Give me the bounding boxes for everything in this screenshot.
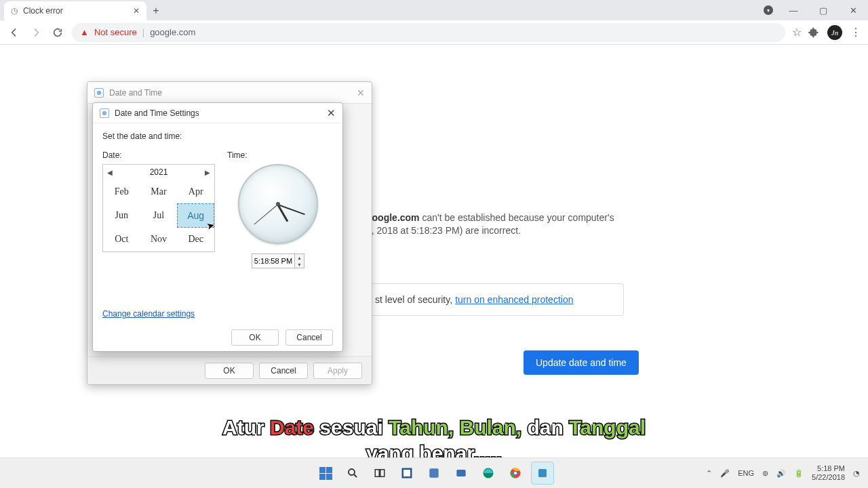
forward-button[interactable] <box>28 25 43 40</box>
settings-title: Date and Time Settings <box>115 108 199 118</box>
month-oct[interactable]: Oct <box>103 228 140 251</box>
close-icon[interactable]: ✕ <box>357 87 365 98</box>
month-apr[interactable]: Apr <box>177 180 214 203</box>
date-picker[interactable]: ◀ 2021 ▶ Feb Mar Apr Jun Jul Aug➤ Oct No… <box>102 164 215 252</box>
language-indicator[interactable]: ENG <box>738 469 754 477</box>
svg-rect-6 <box>456 470 465 476</box>
taskbar: ⌃ 🎤 ENG ⊚ 🔊 🔋 5:18 PM 5/22/2018 ◔ <box>0 458 868 488</box>
month-jun[interactable]: Jun <box>103 203 140 227</box>
svg-rect-2 <box>380 470 384 477</box>
month-jul[interactable]: Jul <box>140 203 178 227</box>
date-label: Date: <box>102 150 215 160</box>
spinner-down-icon[interactable]: ▼ <box>295 261 304 268</box>
svg-rect-4 <box>403 470 410 476</box>
close-tab-icon[interactable]: ✕ <box>133 6 140 16</box>
new-tab-button[interactable]: + <box>146 1 165 20</box>
extensions-icon[interactable] <box>808 27 819 38</box>
analog-clock <box>238 164 318 244</box>
dialog-titlebar[interactable]: Date and Time ✕ <box>87 82 372 104</box>
enhanced-protection-box: st level of security, turn on enhanced p… <box>366 283 624 316</box>
volume-icon[interactable]: 🔊 <box>776 469 786 478</box>
tab-bar: ◷ Clock error ✕ + <box>0 0 868 20</box>
gear-icon <box>94 88 104 98</box>
warning-icon: ▲ <box>80 27 89 37</box>
cancel-button[interactable]: Cancel <box>285 329 333 346</box>
chrome-icon[interactable] <box>504 462 527 485</box>
time-spinner[interactable]: ▲ ▼ <box>295 253 304 268</box>
notifications-icon[interactable]: ◔ <box>853 469 860 478</box>
security-status: Not secure <box>94 27 137 37</box>
apply-button[interactable]: Apply <box>313 363 362 379</box>
window-controls: ▾ — ▢ ✕ <box>758 0 868 20</box>
month-mar[interactable]: Mar <box>140 180 178 203</box>
close-icon[interactable]: ✕ <box>327 107 336 119</box>
time-label: Time: <box>227 150 329 160</box>
month-aug-selected[interactable]: Aug➤ <box>177 203 214 227</box>
app-icon-2[interactable] <box>422 462 446 485</box>
omnibox[interactable]: ▲ Not secure | google.com <box>72 23 785 42</box>
tab-title: Clock error <box>23 6 63 16</box>
next-year-icon[interactable]: ▶ <box>205 169 210 176</box>
dialog-title: Date and Time <box>109 88 162 98</box>
svg-rect-11 <box>538 469 547 477</box>
year-display[interactable]: 2021 <box>150 167 168 177</box>
month-feb[interactable]: Feb <box>103 180 140 203</box>
search-icon[interactable] <box>341 462 364 485</box>
wifi-icon[interactable]: ⊚ <box>762 469 768 478</box>
chevron-up-icon[interactable]: ⌃ <box>706 469 712 478</box>
change-calendar-link[interactable]: Change calendar settings <box>102 309 195 319</box>
close-window-button[interactable]: ✕ <box>838 0 868 20</box>
time-input[interactable] <box>252 253 295 268</box>
svg-point-0 <box>349 469 355 475</box>
cursor-icon: ➤ <box>205 219 216 232</box>
back-button[interactable] <box>7 25 22 40</box>
reload-button[interactable] <box>50 25 65 40</box>
mic-icon[interactable]: 🎤 <box>720 469 730 478</box>
cancel-button[interactable]: Cancel <box>259 363 308 379</box>
enhanced-protection-link[interactable]: turn on enhanced protection <box>455 294 573 305</box>
gear-icon <box>100 108 109 118</box>
second-hand <box>254 204 278 224</box>
svg-rect-1 <box>375 470 379 477</box>
ok-button[interactable]: OK <box>205 363 254 379</box>
set-date-time-label: Set the date and time: <box>102 131 333 141</box>
error-line-1: google.com can't be established because … <box>366 210 624 225</box>
update-date-time-button[interactable]: Update date and time <box>524 350 639 375</box>
star-icon[interactable]: ☆ <box>792 26 802 39</box>
app-icon-1[interactable] <box>395 462 418 485</box>
maximize-button[interactable]: ▢ <box>808 0 838 20</box>
date-time-settings-dialog: Date and Time Settings ✕ Set the date an… <box>92 102 343 352</box>
spinner-up-icon[interactable]: ▲ <box>295 254 304 261</box>
app-icon-3[interactable] <box>450 462 473 485</box>
profile-avatar[interactable]: Jn <box>827 25 842 40</box>
svg-point-10 <box>514 472 517 474</box>
browser-tab[interactable]: ◷ Clock error ✕ <box>4 1 146 20</box>
account-dot-icon[interactable]: ▾ <box>758 0 778 20</box>
edge-icon[interactable] <box>477 462 500 485</box>
prev-year-icon[interactable]: ◀ <box>107 169 113 176</box>
settings-titlebar[interactable]: Date and Time Settings ✕ <box>93 103 342 123</box>
settings-app-icon[interactable] <box>531 462 554 485</box>
month-nov[interactable]: Nov <box>140 228 178 251</box>
svg-rect-5 <box>429 468 438 477</box>
ok-button[interactable]: OK <box>231 329 279 346</box>
menu-icon[interactable]: ⋮ <box>850 26 861 39</box>
dialog-footer: OK Cancel Apply <box>87 356 372 384</box>
error-line-2: 2, 2018 at 5:18:23 PM) are incorrect. <box>366 225 521 236</box>
address-bar: ▲ Not secure | google.com ☆ Jn ⋮ <box>0 20 868 45</box>
minimize-button[interactable]: — <box>778 0 808 20</box>
task-view-icon[interactable] <box>368 462 391 485</box>
taskbar-clock[interactable]: 5:18 PM 5/22/2018 <box>812 464 845 482</box>
globe-icon: ◷ <box>11 6 18 16</box>
battery-icon[interactable]: 🔋 <box>794 469 804 478</box>
url-text: google.com <box>150 27 195 37</box>
start-button[interactable] <box>314 462 337 485</box>
